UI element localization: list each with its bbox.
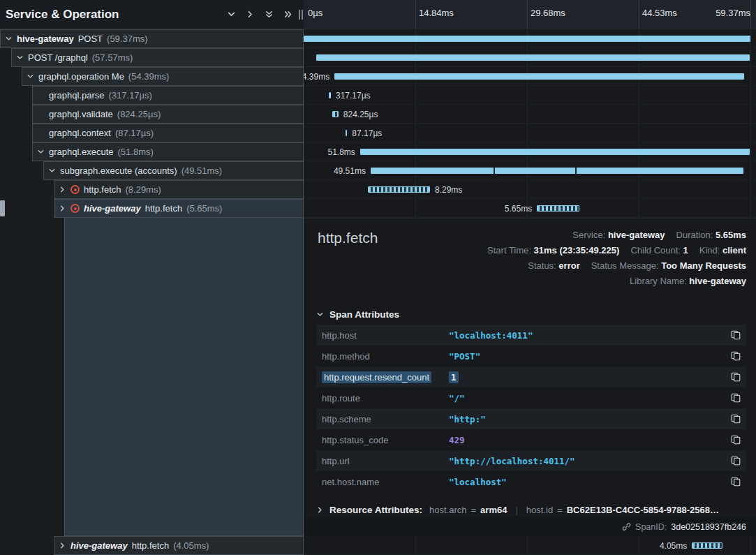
span-row: http.fetch(8.29ms)8.29ms <box>0 180 756 199</box>
span-attributes-header[interactable]: Span Attributes <box>316 309 399 320</box>
panel-title: Service & Operation <box>6 8 217 22</box>
tree-cell: POST /graphql(57.57ms) <box>0 48 304 67</box>
chevron-right-icon[interactable] <box>59 542 66 549</box>
expander-spacer <box>37 110 45 118</box>
span-rows: hive-gatewayPOST(59.37ms)POST /graphql(5… <box>0 29 756 218</box>
gridline <box>750 67 751 85</box>
chevron-down-icon[interactable] <box>227 10 236 19</box>
meta-line: Start Time: 31ms (23:35:49.225)Child Cou… <box>487 243 746 258</box>
span-tree-item[interactable]: hive-gatewayhttp.fetch(5.65ms) <box>54 199 304 218</box>
bar-duration-label: 87.17µs <box>352 128 382 138</box>
meta-label: Start Time: <box>487 245 533 256</box>
copy-icon[interactable] <box>725 435 741 445</box>
meta-pair: Status Message: Too Many Requests <box>591 260 746 271</box>
span-row: graphql.execute(51.8ms)51.8ms <box>0 142 756 161</box>
span-row: subgraph.execute (accounts)(49.51ms)49.5… <box>0 161 756 180</box>
chevron-right-icon[interactable] <box>246 10 255 19</box>
timeline-cell <box>304 29 756 48</box>
chevron-down-icon[interactable] <box>16 54 24 61</box>
copy-icon[interactable] <box>725 372 741 382</box>
copy-icon[interactable] <box>725 414 741 424</box>
span-bar[interactable] <box>368 186 430 193</box>
meta-value: hive-gateway <box>608 230 665 240</box>
tree-cell: hive-gatewayPOST(59.37ms) <box>0 29 304 48</box>
span-bar[interactable] <box>332 111 339 117</box>
span-tree-item[interactable]: graphql.context(87.17µs) <box>32 124 304 142</box>
double-chevron-down-icon[interactable] <box>265 10 274 19</box>
chevron-down-icon[interactable] <box>48 167 56 175</box>
copy-icon[interactable] <box>725 477 741 487</box>
span-bar[interactable] <box>329 92 331 98</box>
gridline <box>750 536 751 554</box>
tree-cell: graphql.operation Me(54.39ms) <box>0 67 304 86</box>
span-detail-row: http.fetch Service: hive-gatewayDuration… <box>0 218 756 536</box>
ruler-gridline <box>415 0 416 29</box>
gridline <box>527 105 528 123</box>
span-detail-panel: http.fetch Service: hive-gatewayDuration… <box>304 218 756 536</box>
copy-icon[interactable] <box>725 456 741 466</box>
span-tree-item[interactable]: hive-gatewayPOST(59.37ms) <box>0 29 304 48</box>
tree-cell: graphql.validate(824.25µs) <box>0 105 304 124</box>
gridline <box>639 105 639 123</box>
span-tree-item[interactable]: graphql.validate(824.25µs) <box>32 105 304 124</box>
meta-value: client <box>722 245 746 256</box>
span-name: subgraph.execute (accounts) <box>60 165 177 176</box>
attribute-value: "/" <box>449 393 725 404</box>
attribute-value: "localhost" <box>449 477 725 487</box>
span-tree-item[interactable]: POST /graphql(57.57ms) <box>11 48 304 67</box>
span-bar[interactable] <box>360 149 750 155</box>
gridline <box>415 199 416 217</box>
span-duration: (59.37ms) <box>107 34 148 44</box>
resource-attributes-row[interactable]: Resource Attributes: host.arch=arm64|hos… <box>316 505 756 515</box>
span-bar[interactable] <box>537 205 579 212</box>
span-row: hive-gatewayhttp.fetch(4.05ms)4.05ms <box>0 536 756 555</box>
equals-sign: = <box>471 505 477 515</box>
tree-cell: subgraph.execute (accounts)(49.51ms) <box>0 161 304 180</box>
meta-line: Library Name: hive-gateway <box>487 274 746 289</box>
meta-pair: Service: hive-gateway <box>572 230 665 240</box>
chevron-right-icon[interactable] <box>316 506 324 514</box>
span-bar[interactable] <box>346 130 347 136</box>
chevron-right-icon[interactable] <box>59 205 66 212</box>
span-bar[interactable] <box>316 54 750 61</box>
double-chevron-right-icon[interactable] <box>283 10 292 19</box>
span-id-value: 3de02518937fb246 <box>671 522 746 532</box>
span-bar[interactable] <box>692 542 722 549</box>
selected-span-gutter[interactable] <box>64 218 304 536</box>
span-tree-item[interactable]: graphql.execute(51.8ms) <box>32 142 304 161</box>
chevron-down-icon[interactable] <box>5 35 13 43</box>
meta-value: error <box>558 260 579 271</box>
span-tree-item[interactable]: http.fetch(8.29ms) <box>54 180 304 199</box>
span-tree-item[interactable]: graphql.operation Me(54.39ms) <box>22 67 304 86</box>
resource-separator: | <box>515 505 517 515</box>
chevron-down-icon[interactable] <box>27 73 34 80</box>
bar-duration-label: 5.65ms <box>505 204 532 214</box>
copy-icon[interactable] <box>725 393 741 403</box>
attribute-key: http.route <box>322 393 449 404</box>
ruler-gridline <box>527 0 528 29</box>
ruler-tick-label: 44.53ms <box>642 8 677 18</box>
link-icon[interactable] <box>622 522 631 531</box>
span-tree-item[interactable]: graphql.parse(317.17µs) <box>32 86 304 105</box>
highlighted-text: http.request.resend_count <box>322 371 431 383</box>
span-bar[interactable] <box>371 168 743 174</box>
chevron-down-icon[interactable] <box>37 148 45 156</box>
chevron-right-icon[interactable] <box>59 186 66 193</box>
span-tree-item[interactable]: hive-gatewayhttp.fetch(4.05ms) <box>54 536 304 555</box>
attribute-key: http.request.resend_count <box>322 372 449 383</box>
panel-resize-handle[interactable] <box>298 0 304 29</box>
attribute-key: http.status_code <box>322 435 449 445</box>
span-bar[interactable] <box>304 36 750 42</box>
meta-pair: Kind: client <box>699 245 746 256</box>
chevron-down-icon[interactable] <box>316 311 324 318</box>
span-row: graphql.context(87.17µs)87.17µs <box>0 124 756 142</box>
span-tree-item[interactable]: subgraph.execute (accounts)(49.51ms) <box>43 161 304 180</box>
span-name: POST /graphql <box>28 52 88 63</box>
span-bar[interactable] <box>334 73 743 80</box>
copy-icon[interactable] <box>725 330 741 340</box>
span-row: POST /graphql(57.57ms) <box>0 48 756 67</box>
copy-icon[interactable] <box>725 351 741 361</box>
meta-pair: Library Name: hive-gateway <box>630 276 746 286</box>
ruler-gridline <box>750 0 751 29</box>
span-duration: (51.8ms) <box>118 147 154 157</box>
